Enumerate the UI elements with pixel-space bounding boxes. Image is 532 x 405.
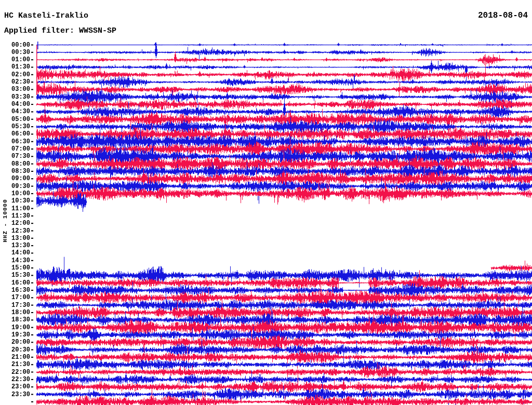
time-label: 04:00 xyxy=(0,101,30,107)
time-label: 21:00 xyxy=(0,354,30,360)
time-label: 18:30 xyxy=(0,317,30,323)
time-label: 08:30 xyxy=(0,168,30,174)
time-label: 22:00 xyxy=(0,369,30,375)
time-label: 23:00 xyxy=(0,384,30,390)
time-label: 22:30 xyxy=(0,376,30,383)
time-label: 12:30 xyxy=(0,228,30,234)
time-label: 01:00 xyxy=(0,57,30,63)
time-label: 02:30 xyxy=(0,79,30,85)
time-label: 14:30 xyxy=(0,258,30,264)
time-label: 16:30 xyxy=(0,287,30,293)
time-label: 16:00 xyxy=(0,280,30,286)
time-label: 08:00 xyxy=(0,161,30,167)
station-title: HC Kasteli-Iraklio xyxy=(4,11,88,20)
time-label: 12:00 xyxy=(0,220,30,226)
time-label: 07:00 xyxy=(0,146,30,152)
time-label: 23:30 xyxy=(0,392,30,398)
time-label: 18:00 xyxy=(0,309,30,316)
time-label: 11:00 xyxy=(0,206,30,212)
time-label: 19:30 xyxy=(0,332,30,338)
time-label: 20:30 xyxy=(0,347,30,353)
time-label: 04:30 xyxy=(0,109,30,115)
time-label: 17:30 xyxy=(0,302,30,308)
time-label: 09:30 xyxy=(0,183,30,190)
time-label: 07:30 xyxy=(0,153,30,159)
filter-label: Applied filter: WWSSN-SP xyxy=(4,26,116,35)
date-label: 2018-08-04 xyxy=(478,11,528,20)
time-label: 00:00 xyxy=(0,42,30,48)
time-label: 15:00 xyxy=(0,265,30,271)
time-label: 13:30 xyxy=(0,242,30,249)
time-label: 10:30 xyxy=(0,198,30,204)
time-label: 03:00 xyxy=(0,86,30,92)
time-label: 10:00 xyxy=(0,191,30,197)
time-label: 06:30 xyxy=(0,139,30,145)
time-label: 05:00 xyxy=(0,116,30,123)
time-label: 15:30 xyxy=(0,272,30,278)
time-label: 05:30 xyxy=(0,124,30,130)
time-label: 03:30 xyxy=(0,94,30,100)
helicorder-page: HC Kasteli-Iraklio 2018-08-04 Applied fi… xyxy=(0,0,532,405)
time-label: 02:00 xyxy=(0,72,30,78)
time-label: 09:00 xyxy=(0,176,30,182)
time-label: 00:30 xyxy=(0,49,30,56)
time-label: 21:30 xyxy=(0,361,30,368)
seismogram-trace-canvas xyxy=(0,0,532,405)
time-label: 06:00 xyxy=(0,131,30,137)
time-label: 19:00 xyxy=(0,325,30,331)
time-label: 01:30 xyxy=(0,64,30,70)
time-label: 13:00 xyxy=(0,235,30,241)
time-label: 11:30 xyxy=(0,213,30,219)
time-label: 14:00 xyxy=(0,250,30,256)
time-label: 20:00 xyxy=(0,339,30,345)
time-label: 17:00 xyxy=(0,294,30,301)
